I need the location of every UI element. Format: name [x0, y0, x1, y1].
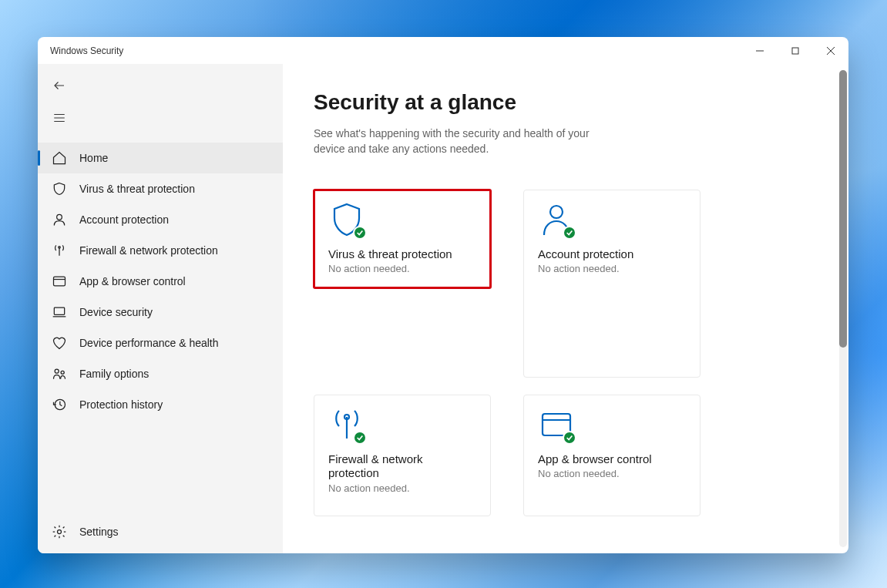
tile-title: Account protection [538, 247, 686, 262]
sidebar-item-label: Family options [79, 368, 149, 380]
sidebar-item-protection-history[interactable]: Protection history [38, 389, 283, 420]
family-icon [52, 366, 67, 381]
sidebar-item-family-options[interactable]: Family options [38, 358, 283, 389]
home-icon [52, 150, 67, 166]
tile-firewall[interactable]: Firewall & network protection No action … [314, 395, 491, 516]
tile-title: Virus & threat protection [328, 247, 476, 262]
svg-point-15 [55, 369, 59, 373]
shield-icon [328, 201, 365, 238]
account-icon [52, 212, 67, 227]
scrollbar[interactable] [839, 70, 847, 547]
heart-icon [52, 335, 67, 351]
tile-status: No action needed. [328, 482, 476, 494]
scrollbar-thumb[interactable] [839, 70, 847, 348]
gear-icon [52, 524, 67, 539]
app-browser-icon [538, 406, 575, 443]
page-title: Security at a glance [314, 90, 818, 115]
page-subtitle: See what's happening with the security a… [314, 126, 622, 157]
maximize-button[interactable] [778, 39, 813, 63]
sidebar-item-settings[interactable]: Settings [38, 515, 283, 549]
tile-account-protection[interactable]: Account protection No action needed. [523, 190, 701, 378]
sidebar-item-label: Device security [79, 306, 153, 318]
tile-status: No action needed. [538, 263, 686, 274]
tile-title: App & browser control [538, 452, 686, 467]
windows-security-window: Windows Security [38, 37, 848, 553]
laptop-icon [52, 304, 67, 320]
titlebar: Windows Security [38, 37, 848, 64]
sidebar-item-label: Home [79, 152, 108, 164]
sidebar-item-home[interactable]: Home [38, 143, 283, 173]
shield-icon [52, 181, 67, 197]
tile-app-browser[interactable]: App & browser control No action needed. [523, 395, 701, 516]
sidebar-item-device-performance[interactable]: Device performance & health [38, 328, 283, 358]
window-title: Windows Security [50, 45, 123, 56]
history-icon [52, 397, 67, 412]
sidebar-item-app-browser[interactable]: App & browser control [38, 266, 283, 297]
tile-status: No action needed. [538, 468, 686, 479]
sidebar-item-firewall[interactable]: Firewall & network protection [38, 235, 283, 266]
sidebar-item-label: App & browser control [79, 275, 186, 287]
app-browser-icon [52, 274, 67, 289]
sidebar-item-label: Virus & threat protection [79, 183, 195, 195]
svg-point-16 [61, 371, 64, 374]
svg-point-19 [550, 206, 563, 218]
sidebar-item-label: Account protection [79, 213, 169, 226]
svg-rect-13 [54, 307, 64, 314]
minimize-button[interactable] [742, 39, 778, 63]
check-badge-icon [563, 431, 576, 445]
tile-virus-threat[interactable]: Virus & threat protection No action need… [314, 190, 491, 288]
account-icon [538, 201, 575, 238]
content-area: Security at a glance See what's happenin… [283, 64, 848, 553]
sidebar-item-account-protection[interactable]: Account protection [38, 204, 283, 235]
sidebar-item-virus-threat[interactable]: Virus & threat protection [38, 173, 283, 204]
sidebar-item-label: Device performance & health [79, 337, 219, 349]
back-button[interactable] [44, 72, 75, 99]
antenna-icon [52, 243, 67, 258]
hamburger-menu-button[interactable] [44, 104, 75, 132]
settings-label: Settings [79, 526, 119, 538]
close-button[interactable] [813, 39, 848, 63]
check-badge-icon [563, 226, 576, 240]
svg-rect-1 [792, 48, 798, 54]
tile-status: No action needed. [328, 263, 476, 274]
check-badge-icon [353, 431, 367, 445]
svg-point-8 [57, 214, 62, 220]
svg-point-18 [58, 530, 62, 534]
svg-rect-11 [54, 277, 66, 286]
antenna-icon [328, 406, 365, 443]
sidebar-nav: Home Virus & threat protection Account p… [38, 143, 283, 515]
sidebar-item-label: Firewall & network protection [79, 244, 218, 257]
tile-title: Firewall & network protection [328, 452, 476, 482]
sidebar-item-label: Protection history [79, 398, 163, 411]
security-tiles-grid: Virus & threat protection No action need… [314, 190, 818, 516]
sidebar-item-device-security[interactable]: Device security [38, 297, 283, 328]
sidebar: Home Virus & threat protection Account p… [38, 64, 283, 553]
check-badge-icon [353, 226, 367, 240]
